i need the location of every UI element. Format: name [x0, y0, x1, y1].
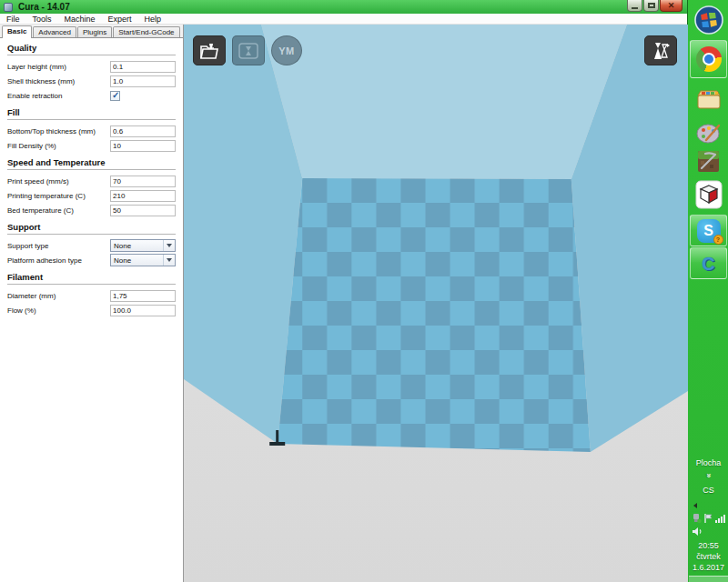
layer-height-input[interactable]	[110, 61, 176, 73]
menu-expert[interactable]: Expert	[103, 15, 137, 24]
bed-temperature-input[interactable]	[110, 205, 176, 216]
section-speed-temperature: Speed and Temperature	[7, 157, 176, 170]
cura-window: Cura - 14.07 ✕ File Tools Machine Expert…	[0, 0, 688, 582]
chevron-down-icon	[163, 240, 175, 251]
shell-thickness-input[interactable]	[110, 75, 176, 87]
app-icon	[4, 3, 13, 12]
menu-machine[interactable]: Machine	[59, 15, 101, 24]
clock-weekday[interactable]: čtvrtek	[689, 551, 728, 562]
close-icon: ✕	[668, 2, 675, 10]
cura-taskbar-button[interactable]: C	[690, 247, 727, 279]
print-speed-input[interactable]	[110, 176, 176, 187]
clock-date[interactable]: 1.6.2017	[689, 562, 728, 573]
section-support: Support	[7, 222, 176, 235]
minimize-button[interactable]	[627, 0, 642, 12]
language-indicator[interactable]: CS	[689, 485, 728, 496]
triangle-left-icon	[692, 502, 699, 509]
menu-help[interactable]: Help	[139, 15, 167, 24]
tab-plugins[interactable]: Plugins	[77, 26, 112, 37]
view-mode-icon	[650, 41, 672, 61]
skype-taskbar-button[interactable]: S ?	[690, 215, 727, 246]
tab-start-end-gcode[interactable]: Start/End-GCode	[113, 26, 179, 37]
chevron-down-icon	[163, 255, 175, 266]
minimize-icon	[632, 7, 638, 9]
clock-time[interactable]: 20:55	[689, 540, 728, 551]
printing-temperature-label: Printing temperature (C)	[7, 192, 110, 200]
menu-file[interactable]: File	[1, 15, 25, 24]
filament-diameter-input[interactable]	[110, 290, 176, 302]
printing-temperature-input[interactable]	[110, 190, 176, 202]
support-type-label: Support type	[7, 242, 110, 250]
show-desktop-button[interactable]	[689, 576, 728, 582]
print-bed-scene	[184, 25, 688, 582]
tab-basic[interactable]: Basic	[2, 25, 32, 38]
speaker-icon	[692, 527, 704, 537]
enable-retraction-checkbox[interactable]	[110, 91, 120, 101]
menu-bar: File Tools Machine Expert Help	[0, 14, 687, 25]
tray-icons	[689, 512, 728, 525]
network-signal-icon[interactable]	[715, 513, 726, 524]
load-folder-icon	[198, 41, 220, 61]
section-quality: Quality	[7, 43, 176, 55]
minecraft-taskbar-button[interactable]	[689, 146, 728, 176]
youmagine-share-button[interactable]: YM	[271, 35, 302, 65]
taskbar: S ? C Plocha » CS	[689, 0, 728, 582]
3d-cube-icon	[695, 179, 723, 210]
window-titlebar[interactable]: Cura - 14.07 ✕	[0, 0, 687, 14]
desktop: Cura - 14.07 ✕ File Tools Machine Expert…	[0, 0, 728, 582]
print-speed-label: Print speed (mm/s)	[7, 177, 110, 186]
platform-adhesion-type-label: Platform adhesion type	[7, 256, 110, 265]
paint-taskbar-button[interactable]	[689, 116, 728, 149]
menu-tools[interactable]: Tools	[27, 15, 57, 24]
windows-start-icon	[694, 5, 723, 35]
skype-icon: S ?	[697, 219, 721, 243]
cura-c-icon: C	[702, 255, 714, 273]
settings-panel: Basic Advanced Plugins Start/End-GCode Q…	[0, 25, 184, 582]
youmagine-label: YM	[278, 45, 295, 56]
flow-label: Flow (%)	[7, 306, 110, 315]
chrome-icon	[696, 46, 722, 72]
bottom-top-thickness-input[interactable]	[110, 125, 176, 137]
window-title: Cura - 14.07	[18, 2, 70, 12]
close-button[interactable]: ✕	[660, 0, 682, 12]
flow-input[interactable]	[110, 305, 176, 316]
bed-back-wall	[261, 25, 627, 179]
3d-viewport[interactable]: YM	[184, 25, 688, 582]
tab-advanced[interactable]: Advanced	[33, 26, 76, 37]
toolpath-button[interactable]	[232, 35, 265, 65]
chrome-taskbar-button[interactable]	[690, 40, 727, 78]
folder-icon	[695, 87, 723, 113]
show-hidden-icons-button[interactable]	[689, 501, 728, 510]
explorer-taskbar-button[interactable]	[689, 84, 728, 116]
maximize-icon	[648, 3, 655, 8]
start-button[interactable]	[689, 5, 728, 35]
view-mode-button[interactable]	[644, 35, 677, 65]
section-filament: Filament	[7, 272, 176, 285]
settings-form: Quality Layer height (mm) Shell thicknes…	[0, 38, 183, 582]
section-fill: Fill	[7, 107, 176, 120]
bottom-top-thickness-label: Bottom/Top thickness (mm)	[7, 127, 110, 135]
tab-strip: Basic Advanced Plugins Start/End-GCode	[0, 25, 183, 38]
filament-diameter-label: Diameter (mm)	[7, 292, 110, 300]
desktop-toolbar-label[interactable]: Plocha	[689, 457, 728, 468]
bed-floor-checkerboard	[278, 178, 591, 452]
load-model-button[interactable]	[193, 35, 226, 65]
cube-app-taskbar-button[interactable]	[689, 177, 728, 212]
shell-thickness-label: Shell thickness (mm)	[7, 77, 110, 85]
grass-block-icon	[696, 149, 721, 174]
usb-device-icon[interactable]	[692, 513, 702, 524]
toolbar-chevron[interactable]: »	[689, 470, 728, 481]
bed-temperature-label: Bed temperature (C)	[7, 206, 110, 215]
platform-adhesion-type-select[interactable]: None	[110, 254, 176, 266]
fill-density-input[interactable]	[110, 140, 176, 152]
fill-density-label: Fill Density (%)	[7, 142, 110, 150]
support-type-select[interactable]: None	[110, 239, 176, 252]
volume-button[interactable]	[689, 526, 728, 537]
enable-retraction-label: Enable retraction	[7, 92, 110, 100]
toolpath-icon	[238, 41, 259, 61]
maximize-button[interactable]	[643, 0, 659, 12]
bed-origin-marker	[269, 442, 285, 446]
action-center-flag-icon[interactable]	[703, 513, 713, 524]
layer-height-label: Layer height (mm)	[7, 63, 110, 71]
chevron-icon: »	[703, 473, 713, 477]
